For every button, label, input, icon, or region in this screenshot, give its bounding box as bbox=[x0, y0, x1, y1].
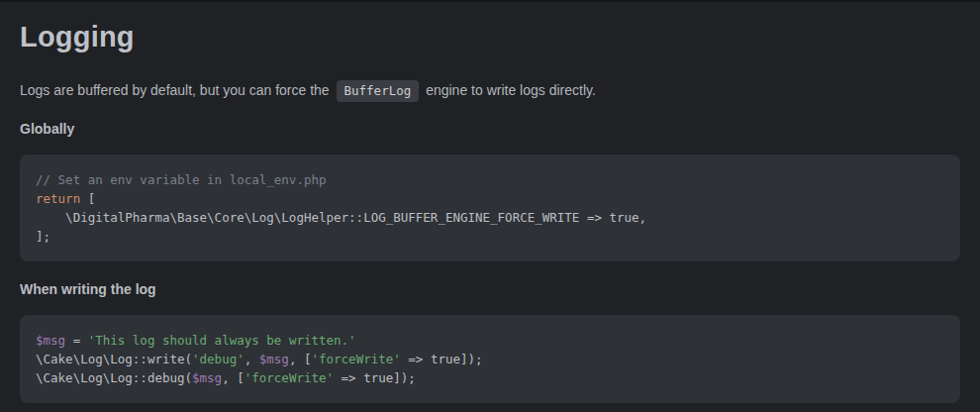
code-token-string: 'forceWrite' bbox=[311, 352, 400, 366]
code-token-keyword: return bbox=[36, 191, 80, 206]
doc-page: Logging Logs are buffered by default, bu… bbox=[0, 17, 980, 403]
code-line: // Set an env variable in local_env.php bbox=[36, 170, 944, 189]
code-token-plain: => true]); bbox=[401, 352, 483, 366]
code-token-plain: ]; bbox=[36, 229, 50, 244]
code-line: $msg = 'This log should always be writte… bbox=[36, 331, 944, 350]
code-token-variable: $msg bbox=[192, 370, 222, 385]
code-line: \Cake\Log\Log::debug($msg, ['forceWrite'… bbox=[36, 368, 944, 387]
intro-paragraph: Logs are buffered by default, but you ca… bbox=[20, 80, 960, 101]
code-token-plain: , bbox=[245, 352, 259, 366]
code-block: // Set an env variable in local_env.phpr… bbox=[20, 154, 960, 261]
code-token-variable: $msg bbox=[259, 352, 289, 366]
code-line: return [ bbox=[36, 189, 944, 208]
code-token-plain: \Cake\Log\Log::write( bbox=[36, 352, 192, 366]
code-token-variable: $msg bbox=[36, 333, 65, 348]
code-token-plain: , [ bbox=[222, 370, 245, 385]
code-line: ]; bbox=[36, 227, 944, 246]
code-token-plain: = bbox=[65, 333, 88, 348]
code-line: \Cake\Log\Log::write('debug', $msg, ['fo… bbox=[36, 350, 944, 368]
page-title: Logging bbox=[20, 17, 960, 56]
section-heading: When writing the log bbox=[20, 281, 960, 298]
code-token-plain: \Cake\Log\Log::debug( bbox=[36, 370, 192, 385]
code-token-plain: [ bbox=[80, 191, 95, 206]
code-token-string: 'debug' bbox=[192, 352, 245, 366]
code-token-string: 'This log should always be written.' bbox=[88, 333, 356, 348]
section-heading: Globally bbox=[20, 121, 960, 138]
inline-code-bufferlog: BufferLog bbox=[337, 80, 420, 102]
code-token-plain: => true]); bbox=[334, 370, 416, 385]
code-token-plain: \DigitalPharma\Base\Core\Log\LogHelper::… bbox=[36, 210, 646, 225]
code-token-plain: , [ bbox=[289, 352, 312, 366]
code-token-comment: // Set an env variable in local_env.php bbox=[36, 172, 327, 187]
doc-sections: Globally// Set an env variable in local_… bbox=[20, 121, 960, 403]
intro-text-after: engine to write logs directly. bbox=[422, 82, 596, 98]
intro-text-before: Logs are buffered by default, but you ca… bbox=[20, 82, 334, 98]
code-token-string: 'forceWrite' bbox=[245, 370, 334, 385]
code-line: \DigitalPharma\Base\Core\Log\LogHelper::… bbox=[36, 208, 944, 227]
code-block: $msg = 'This log should always be writte… bbox=[20, 315, 960, 403]
